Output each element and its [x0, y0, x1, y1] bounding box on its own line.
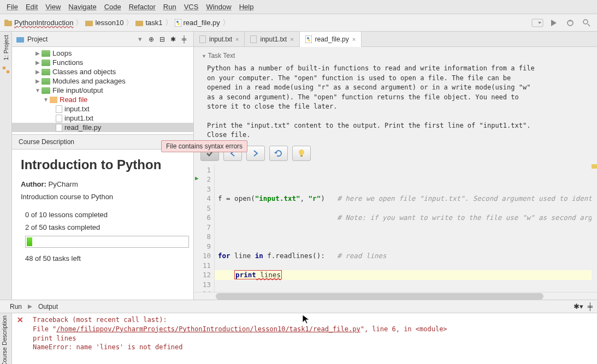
tasks-progress-label: 2 of 50 tasks completed: [25, 223, 185, 231]
menu-run[interactable]: Run: [159, 2, 180, 12]
line-gutter: ▶ 1234 5678 9101112 1314: [194, 164, 215, 292]
collapse-icon[interactable]: ⊟: [157, 34, 167, 44]
run-gutter-icon[interactable]: ▶: [195, 174, 199, 182]
menu-help[interactable]: Help: [235, 2, 258, 12]
close-icon[interactable]: ×: [235, 36, 239, 43]
gear-icon[interactable]: ✱: [168, 34, 178, 44]
project-toolwindow-tab[interactable]: 1: Project: [2, 32, 10, 63]
task-text-panel: Task Text Python has a number of built-i…: [194, 47, 597, 142]
close-icon[interactable]: ×: [352, 36, 356, 43]
task-header[interactable]: Task Text: [202, 51, 589, 61]
task-body: Python has a number of built-in function…: [202, 64, 589, 140]
tree-item-input1[interactable]: input1.txt: [12, 114, 193, 123]
refresh-button[interactable]: [269, 146, 288, 161]
tree-item-input[interactable]: input.txt: [12, 104, 193, 114]
svg-rect-2: [85, 21, 93, 26]
breadcrumb-file[interactable]: read_file.py: [184, 19, 220, 27]
course-description-tab[interactable]: Course Description: [0, 313, 9, 364]
menu-view[interactable]: View: [42, 2, 64, 12]
menu-navigate[interactable]: Navigate: [64, 2, 100, 12]
stop-icon[interactable]: ✕: [17, 315, 23, 324]
project-panel-title: Project: [27, 35, 138, 43]
svg-point-9: [583, 20, 588, 24]
tree-item-readfile[interactable]: ▼Read file: [12, 95, 193, 104]
folder-icon: [135, 20, 143, 26]
menu-window[interactable]: Window: [202, 2, 235, 12]
project-icon: [16, 36, 24, 43]
project-tree[interactable]: ▶Loops ▶Functions ▶Classes and objects ▶…: [12, 47, 193, 134]
menu-file[interactable]: File: [3, 2, 22, 12]
hide-icon[interactable]: ╪: [179, 34, 189, 44]
project-panel: Project ▾ ⊕ ⊟ ✱ ╪ ▶Loops ▶Functions ▶Cla…: [12, 32, 194, 300]
editor-tabs: input.txt× input1.txt× read_file.py×: [194, 32, 597, 47]
structure-icon[interactable]: [2, 65, 10, 74]
error-stripe[interactable]: [592, 164, 597, 292]
svg-line-10: [588, 24, 590, 26]
traceback-link[interactable]: /home/filippov/PycharmProjects/PythonInt…: [56, 325, 360, 333]
run-tab[interactable]: Run: [4, 302, 27, 312]
svg-rect-14: [305, 35, 312, 43]
syntax-error-tooltip: File contains syntax errors: [161, 140, 247, 152]
tasks-left-label: 48 of 50 tasks left: [25, 254, 185, 262]
breadcrumb-lesson[interactable]: lesson10: [95, 19, 123, 27]
svg-point-5: [176, 21, 179, 23]
left-tool-strip-bottom: Course Description: [0, 313, 12, 364]
search-button[interactable]: [581, 17, 593, 29]
left-tool-strip: 1: Project: [0, 32, 12, 300]
breadcrumb-task[interactable]: task1: [145, 19, 162, 27]
update-button[interactable]: [564, 17, 576, 29]
svg-rect-3: [135, 21, 143, 26]
output-tab[interactable]: Output: [33, 302, 63, 312]
code-toolbar: File contains syntax errors: [194, 142, 597, 164]
console-output[interactable]: Traceback (most recent call last): File …: [28, 313, 597, 364]
folder-icon: [4, 20, 12, 26]
tab-input[interactable]: input.txt×: [194, 32, 245, 46]
progress-bar: [25, 236, 189, 248]
svg-rect-11: [3, 67, 5, 69]
close-icon[interactable]: ×: [290, 36, 293, 43]
horizontal-scrollbar[interactable]: [194, 292, 597, 300]
navigation-toolbar: PythonIntroduction 〉 lesson10 〉 task1 〉 …: [0, 14, 597, 32]
hide-icon[interactable]: ╪: [588, 302, 593, 311]
lessons-progress-label: 0 of 10 lessons completed: [25, 211, 185, 219]
next-task-button[interactable]: [246, 146, 265, 161]
menu-vcs[interactable]: VCS: [180, 2, 203, 12]
run-config-dropdown[interactable]: [531, 17, 543, 29]
breadcrumb-project[interactable]: PythonIntroduction: [14, 19, 73, 27]
run-button[interactable]: [548, 17, 560, 29]
breadcrumb: PythonIntroduction 〉 lesson10 〉 task1 〉 …: [4, 18, 531, 28]
menu-code[interactable]: Code: [101, 2, 125, 12]
tree-item-functions[interactable]: ▶Functions: [12, 58, 193, 67]
svg-rect-7: [532, 19, 543, 27]
menubar: File Edit View Navigate Code Refactor Ru…: [0, 0, 597, 14]
tree-item-fileio[interactable]: ▼File input/output: [12, 86, 193, 95]
editor-column: input.txt× input1.txt× read_file.py× Tas…: [194, 32, 597, 300]
run-toolwindow: Run Output ✱▾ ╪ Course Description ✕ Tra…: [0, 300, 597, 364]
gear-icon[interactable]: ✱▾: [574, 302, 583, 311]
tree-item-loops[interactable]: ▶Loops: [12, 49, 193, 58]
run-play-icon: [27, 304, 33, 309]
course-description-body: Introduction to Python Author: PyCharm I…: [12, 150, 193, 300]
svg-rect-13: [16, 37, 24, 43]
python-file-icon: [175, 19, 181, 27]
menu-edit[interactable]: Edit: [22, 2, 42, 12]
hint-button[interactable]: [292, 146, 311, 161]
svg-rect-12: [7, 70, 9, 73]
svg-point-16: [308, 39, 310, 41]
svg-rect-4: [175, 19, 181, 27]
folder-icon: [85, 20, 93, 26]
svg-point-17: [299, 150, 304, 155]
menu-refactor[interactable]: Refactor: [125, 2, 159, 12]
tree-item-modules[interactable]: ▶Modules and packages: [12, 76, 193, 86]
code-body[interactable]: f = open("input.txt", "r") # here we ope…: [215, 164, 597, 292]
tab-input1[interactable]: input1.txt×: [245, 32, 299, 46]
code-editor[interactable]: ▶ 1234 5678 9101112 1314 f = open("input…: [194, 164, 597, 292]
tree-item-classes[interactable]: ▶Classes and objects: [12, 67, 193, 76]
tree-item-readpy[interactable]: read_file.py: [12, 123, 193, 132]
tab-readfile[interactable]: read_file.py×: [300, 32, 362, 47]
svg-rect-18: [300, 155, 303, 157]
course-title: Introduction to Python: [21, 157, 185, 172]
scroll-to-icon[interactable]: ⊕: [146, 34, 156, 44]
svg-rect-1: [4, 20, 8, 22]
svg-point-6: [178, 23, 180, 25]
